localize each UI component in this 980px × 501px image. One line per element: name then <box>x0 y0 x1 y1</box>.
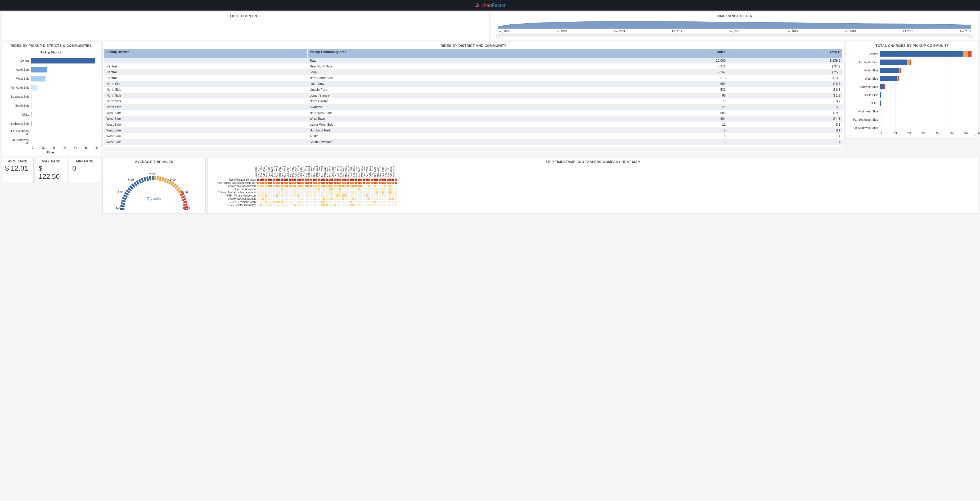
bar-row[interactable]: Northwest Side <box>5 119 97 128</box>
topbar: chartFactor <box>0 0 980 11</box>
table-row[interactable]: CentralNear North Side3,371$ 37,9 <box>104 63 843 69</box>
heat-row[interactable]: Blue Ribbon Taxi Association Inc. <box>210 181 975 184</box>
heat-row[interactable]: KOAM Taxi Association <box>210 197 975 200</box>
slider-handle-right[interactable]: = <box>969 34 973 38</box>
heat-row[interactable]: Top Cab Affiliation <box>210 187 975 191</box>
stacked-bar-row[interactable]: NULL <box>848 99 974 107</box>
logo-text-chart: chart <box>481 3 492 8</box>
bar-row[interactable]: Far North Side <box>5 83 97 92</box>
table-header[interactable]: Pickup Community Area <box>307 49 621 58</box>
table-title: RIDES BY DISTRICT AND COMMUNITY <box>104 43 843 49</box>
time-range-ticks: Jan, 2013 Jul, 2013 Jan, 2014 Jul, 2014 … <box>493 30 977 33</box>
rides-by-district-chart[interactable]: Pickup DistrictCentralNorth SideWest Sid… <box>3 49 99 155</box>
stacked-bar-row[interactable]: Northwest Side <box>848 107 974 115</box>
heat-row[interactable]: Taxi Affiliation Services <box>210 178 975 181</box>
stacked-bar-row[interactable]: Far Southwest Side <box>848 124 974 132</box>
table-header[interactable]: Total C <box>728 49 842 58</box>
kpi-min-fare: MIN FARE 0 <box>69 158 101 182</box>
bar-row[interactable]: Far Southeast Side <box>5 128 97 137</box>
stacked-bar-row[interactable]: West Side <box>848 75 974 82</box>
table-row[interactable]: West SideWest Garfield Park3$ <box>104 145 843 146</box>
stacked-bar-row[interactable]: Central <box>848 50 974 58</box>
gauge-center-label: Trip Miles <box>104 197 204 200</box>
filter-control-title: FILTER CONTROL <box>3 13 487 19</box>
gauge-title: AVERAGE TRIP MILES <box>104 159 204 165</box>
table-header[interactable]: Rides <box>621 49 728 58</box>
bar-row[interactable]: West Side <box>5 74 97 83</box>
time-range-panel: TIME RANGE FILTER Jan, 2013 Jul, 2013 Ja… <box>491 12 978 40</box>
table-row[interactable]: West SideAustin3$ <box>104 133 843 139</box>
table-header[interactable]: Pickup District <box>104 49 307 58</box>
bar-row[interactable]: NULL <box>5 110 97 119</box>
slider-handle-left[interactable]: = <box>496 34 500 38</box>
kpi-min-fare-value: 0 <box>71 164 99 173</box>
bar-row[interactable]: Far Southwest Side <box>5 137 97 146</box>
table-row[interactable]: CentralLoop2,267$ 25,5 <box>104 69 843 75</box>
stacked-bar-row[interactable]: Far Southeast Side <box>848 115 974 124</box>
heat-row[interactable]: 2192 - Zeymane Corp <box>210 200 975 203</box>
heat-row[interactable]: Choice Taxi Association <box>210 184 975 187</box>
dashboard: FILTER CONTROL TIME RANGE FILTER Jan, 20… <box>0 11 980 215</box>
logo-text-factor: Factor <box>492 3 506 8</box>
logo: chartFactor <box>474 3 505 8</box>
bar-row[interactable]: Central <box>5 56 97 65</box>
heatmap-title: TRIP TIMESTAMP AND TAXI CAB COMPANY HEAT… <box>209 159 977 165</box>
heat-row[interactable]: Chicago Medallion Management <box>210 191 975 194</box>
bar-row[interactable]: North Side <box>5 65 97 74</box>
table-row[interactable]: North SideAvondale29$ 3 <box>104 104 843 110</box>
table-row[interactable]: West SideWest Town384$ 4,1 <box>104 116 843 122</box>
rides-table[interactable]: Pickup DistrictPickup Community AreaRide… <box>104 49 843 146</box>
table-row[interactable]: North SideNorth Center73$ 9 <box>104 98 843 104</box>
table-row[interactable]: North SideLogan Square98$ 1,2 <box>104 93 843 98</box>
table-row[interactable]: West SideLower West Side11$ 1 <box>104 122 843 127</box>
table-row[interactable]: CentralNear South Side213$ 3,3 <box>104 75 843 81</box>
kpi-row: AVG. FARE $ 12.01 MAX FARE $ 122.50 MIN … <box>2 158 101 182</box>
gauge-panel: AVERAGE TRIP MILES 3.00 4.50 6.00 7.50 9… <box>102 158 206 214</box>
heatmap-panel: TRIP TIMESTAMP AND TAXI CAB COMPANY HEAT… <box>207 158 978 214</box>
stacked-bar-row[interactable]: North Side <box>848 66 974 75</box>
gauge-chart[interactable]: 3.00 4.50 6.00 7.50 9.00 10.50 12.00 Tri… <box>104 165 204 212</box>
kpi-max-fare-value: $ 122.50 <box>37 164 65 181</box>
heat-row[interactable]: 3152 - Crystal Abernathy <box>210 203 975 206</box>
total-charges-title: TOTAL CHARGES BY PICKUP COMMUNITY <box>848 43 977 49</box>
rides-by-district-panel: RIDES BY PICKUP DISTRICTS & COMMUNITIES … <box>2 42 101 156</box>
table-row[interactable]: West SideHumboldt Park8$ 1 <box>104 127 843 133</box>
heat-row[interactable]: 4615 - Tyrone Henderson <box>210 194 975 197</box>
chart-bars-icon <box>474 3 480 8</box>
time-range-title: TIME RANGE FILTER <box>493 13 977 19</box>
table-row[interactable]: North SideLake View690$ 8,7 <box>104 81 843 87</box>
filter-control-panel: FILTER CONTROL <box>2 12 489 40</box>
stacked-bar-row[interactable]: Far North Side <box>848 58 974 66</box>
stacked-bar-row[interactable]: South Side <box>848 91 974 99</box>
resize-icon[interactable]: ↘ <box>974 133 976 137</box>
table-row[interactable]: North SideLincoln Park532$ 6,1 <box>104 87 843 93</box>
total-charges-chart[interactable]: CentralFar North SideNorth SideWest Side… <box>848 49 977 136</box>
time-range-slider[interactable]: = = <box>498 34 971 37</box>
kpi-avg-fare: AVG. FARE $ 12.01 <box>2 158 33 182</box>
bar-row[interactable]: South Side <box>5 101 97 110</box>
bar-row[interactable]: Soutwest Side <box>5 92 97 101</box>
rides-by-district-title: RIDES BY PICKUP DISTRICTS & COMMUNITIES <box>3 43 99 49</box>
kpi-max-fare: MAX FARE $ 122.50 <box>35 158 67 182</box>
stacked-bar-row[interactable]: Soutwest Side <box>848 82 974 91</box>
heatmap-chart[interactable]: Jan, 2013Feb, 2013Mar, 2013Apr, 2013May,… <box>209 165 977 207</box>
total-charges-panel: TOTAL CHARGES BY PICKUP COMMUNITY Centra… <box>846 42 978 138</box>
table-row[interactable]: West SideNear West Side888$ 9,9 <box>104 110 843 116</box>
time-range-sparkline[interactable]: Jan, 2013 Jul, 2013 Jan, 2014 Jul, 2014 … <box>493 19 977 39</box>
table-panel: RIDES BY DISTRICT AND COMMUNITY Pickup D… <box>102 42 845 147</box>
kpi-avg-fare-value: $ 12.01 <box>3 164 32 173</box>
table-row[interactable]: Total10,000$ 139,9 <box>104 58 843 63</box>
table-row[interactable]: West SideSouth Lawndale3$ <box>104 139 843 145</box>
